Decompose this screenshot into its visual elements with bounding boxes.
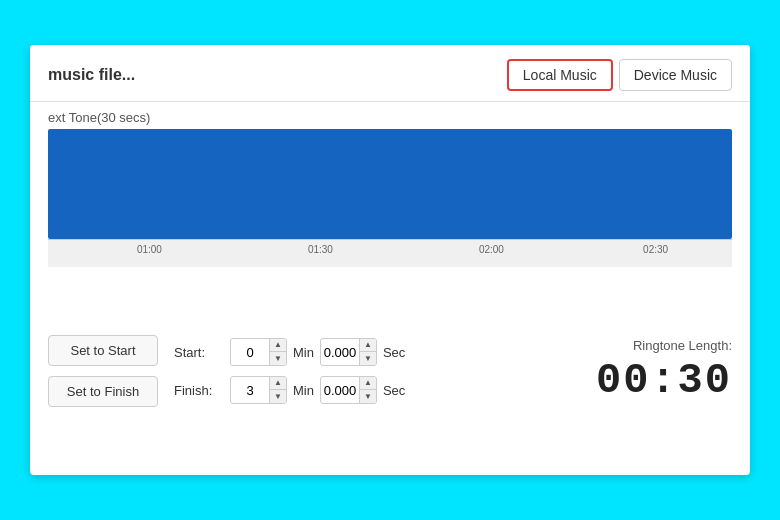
finish-sec-unit: Sec <box>383 383 405 398</box>
timeline-marker-3: 02:00 <box>479 244 504 255</box>
start-sec-unit: Sec <box>383 345 405 360</box>
start-min-down[interactable]: ▼ <box>270 352 286 365</box>
timeline-marker-1: 01:00 <box>137 244 162 255</box>
top-bar: music file... Local Music Device Music <box>30 45 750 102</box>
timeline-marker-2: 01:30 <box>308 244 333 255</box>
start-min-up[interactable]: ▲ <box>270 339 286 352</box>
finish-min-input[interactable] <box>231 379 269 402</box>
finish-sec-arrows: ▲ ▼ <box>359 377 376 403</box>
music-source-buttons: Local Music Device Music <box>507 59 732 91</box>
start-sec-input[interactable] <box>321 341 359 364</box>
finish-min-unit: Min <box>293 383 314 398</box>
finish-label: Finish: <box>174 383 224 398</box>
start-label: Start: <box>174 345 224 360</box>
finish-sec-down[interactable]: ▼ <box>360 390 376 403</box>
timeline-marker-4: 02:30 <box>643 244 668 255</box>
ringtone-time-display: 00:30 <box>596 357 732 405</box>
finish-min-up[interactable]: ▲ <box>270 377 286 390</box>
finish-time-row: Finish: ▲ ▼ Min ▲ ▼ Sec <box>174 376 405 404</box>
set-buttons-group: Set to Start Set to Finish <box>48 335 158 407</box>
ringtone-length-label: Ringtone Length: <box>633 338 732 353</box>
finish-sec-up[interactable]: ▲ <box>360 377 376 390</box>
finish-min-arrows: ▲ ▼ <box>269 377 286 403</box>
start-time-row: Start: ▲ ▼ Min ▲ ▼ Sec <box>174 338 405 366</box>
finish-min-spinner[interactable]: ▲ ▼ <box>230 376 287 404</box>
local-music-button[interactable]: Local Music <box>507 59 613 91</box>
main-panel: music file... Local Music Device Music e… <box>30 45 750 475</box>
time-controls: Start: ▲ ▼ Min ▲ ▼ Sec <box>174 338 405 404</box>
timeline: 01:00 01:30 02:00 02:30 <box>48 239 732 267</box>
ringtone-section: Ringtone Length: 00:30 <box>596 338 732 405</box>
start-sec-down[interactable]: ▼ <box>360 352 376 365</box>
tone-label: ext Tone(30 secs) <box>30 102 750 129</box>
start-sec-up[interactable]: ▲ <box>360 339 376 352</box>
start-min-unit: Min <box>293 345 314 360</box>
finish-sec-spinner[interactable]: ▲ ▼ <box>320 376 377 404</box>
finish-sec-input[interactable] <box>321 379 359 402</box>
set-to-finish-button[interactable]: Set to Finish <box>48 376 158 407</box>
set-to-start-button[interactable]: Set to Start <box>48 335 158 366</box>
finish-min-down[interactable]: ▼ <box>270 390 286 403</box>
music-file-label: music file... <box>48 66 135 84</box>
waveform-display <box>48 129 732 239</box>
start-sec-spinner[interactable]: ▲ ▼ <box>320 338 377 366</box>
controls-area: Set to Start Set to Finish Start: ▲ ▼ Mi… <box>30 267 750 475</box>
start-min-spinner[interactable]: ▲ ▼ <box>230 338 287 366</box>
start-min-input[interactable] <box>231 341 269 364</box>
start-min-arrows: ▲ ▼ <box>269 339 286 365</box>
device-music-button[interactable]: Device Music <box>619 59 732 91</box>
start-sec-arrows: ▲ ▼ <box>359 339 376 365</box>
